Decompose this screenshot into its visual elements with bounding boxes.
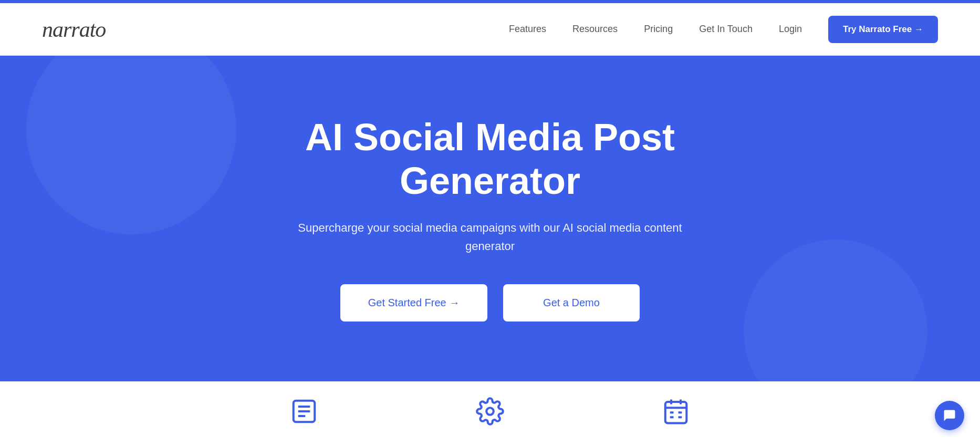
feature-calendar bbox=[662, 397, 690, 426]
svg-rect-5 bbox=[665, 402, 687, 423]
feature-content bbox=[290, 397, 318, 426]
calendar-icon bbox=[662, 397, 690, 426]
nav-pricing[interactable]: Pricing bbox=[644, 24, 673, 35]
get-started-free-button[interactable]: Get Started Free → bbox=[340, 284, 487, 321]
hero-section: AI Social Media Post Generator Superchar… bbox=[0, 56, 980, 381]
nav-features[interactable]: Features bbox=[509, 24, 546, 35]
hero-subtitle: Supercharge your social media campaigns … bbox=[290, 219, 690, 255]
gear-icon bbox=[476, 397, 504, 426]
nav-get-in-touch[interactable]: Get In Touch bbox=[699, 24, 753, 35]
chat-bubble-button[interactable] bbox=[935, 401, 964, 430]
nav: Features Resources Pricing Get In Touch … bbox=[509, 16, 938, 43]
svg-point-4 bbox=[486, 408, 494, 415]
header: narrato Features Resources Pricing Get I… bbox=[0, 3, 980, 56]
feature-settings bbox=[476, 397, 504, 426]
features-row bbox=[0, 381, 980, 446]
document-icon bbox=[290, 397, 318, 426]
logo[interactable]: narrato bbox=[42, 17, 106, 42]
hero-title: AI Social Media Post Generator bbox=[254, 116, 726, 203]
try-narrato-button[interactable]: Try Narrato Free → bbox=[828, 16, 938, 43]
nav-login[interactable]: Login bbox=[779, 24, 802, 35]
hero-buttons: Get Started Free → Get a Demo bbox=[340, 284, 640, 321]
nav-resources[interactable]: Resources bbox=[572, 24, 618, 35]
get-demo-button[interactable]: Get a Demo bbox=[503, 284, 640, 321]
chat-icon bbox=[942, 408, 957, 423]
